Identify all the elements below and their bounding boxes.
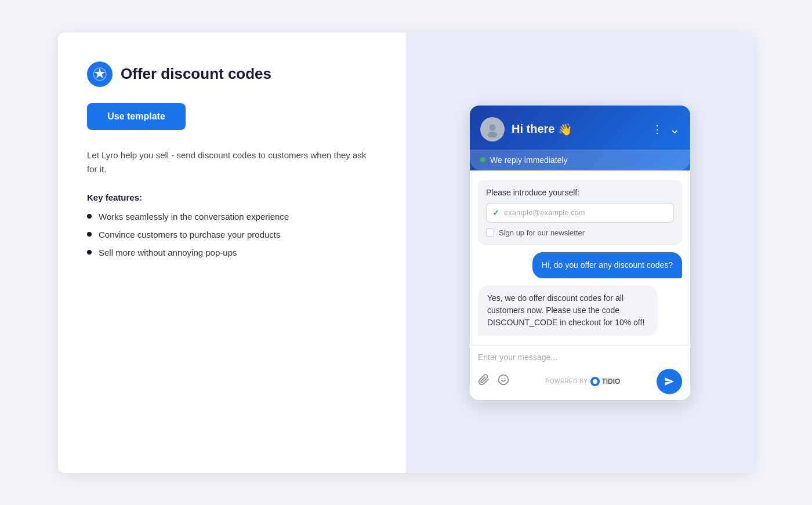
online-status-dot	[480, 157, 485, 162]
newsletter-checkbox[interactable]	[486, 228, 494, 237]
use-template-button[interactable]: Use template	[87, 103, 186, 130]
chat-header-icons: ⋮ ⌄	[652, 122, 680, 137]
chat-header-top: Hi there 👋 ⋮ ⌄	[480, 117, 680, 150]
chat-header: Hi there 👋 ⋮ ⌄ We reply immediately	[470, 106, 690, 170]
emoji-icon[interactable]	[498, 374, 509, 388]
svg-point-6	[593, 379, 597, 384]
send-button[interactable]	[657, 369, 682, 394]
svg-point-3	[499, 375, 509, 385]
newsletter-label: Sign up for our newsletter	[499, 228, 585, 237]
avatar	[480, 117, 505, 141]
tidio-icon	[590, 377, 600, 386]
page-title: Offer discount codes	[121, 65, 271, 83]
list-item: Sell more without annoying pop-ups	[87, 248, 377, 257]
key-features-label: Key features:	[87, 192, 377, 202]
left-panel: Offer discount codes Use template Let Ly…	[58, 32, 406, 473]
footer-left-icons	[478, 374, 509, 388]
powered-by: POWERED BY TIDIO	[546, 377, 621, 386]
chat-header-status: We reply immediately	[470, 150, 690, 170]
intro-form-bubble: Please introduce yourself: ✓ example@exa…	[478, 180, 682, 245]
user-message-bubble: Hi, do you offer any discount codes?	[532, 252, 682, 278]
chat-body: Please introduce yourself: ✓ example@exa…	[470, 170, 690, 345]
title-row: Offer discount codes	[87, 61, 377, 87]
chevron-down-icon[interactable]: ⌄	[669, 122, 680, 137]
email-placeholder: example@example.com	[504, 208, 585, 217]
wave-emoji: 👋	[558, 122, 572, 136]
bullet-icon	[87, 214, 92, 219]
svg-point-1	[490, 124, 496, 130]
email-input-row[interactable]: ✓ example@example.com	[486, 203, 674, 223]
newsletter-row: Sign up for our newsletter	[486, 228, 674, 237]
greeting-text: Hi there	[512, 122, 554, 136]
bullet-icon	[87, 232, 92, 237]
chat-widget: Hi there 👋 ⋮ ⌄ We reply immediately	[470, 106, 690, 400]
list-item: Works seamlessly in the conversation exp…	[87, 212, 377, 221]
list-item: Convince customers to purchase your prod…	[87, 230, 377, 239]
description-text: Let Lyro help you sell - send discount c…	[87, 148, 377, 176]
check-icon: ✓	[492, 208, 499, 217]
bot-message-text: Yes, we do offer discount codes for all …	[487, 293, 644, 327]
features-list: Works seamlessly in the conversation exp…	[87, 212, 377, 257]
chat-footer: Enter your message...	[470, 345, 690, 400]
main-container: Offer discount codes Use template Let Ly…	[58, 32, 754, 473]
attachment-icon[interactable]	[478, 374, 490, 388]
user-message-text: Hi, do you offer any discount codes?	[542, 260, 673, 270]
feature-text: Works seamlessly in the conversation exp…	[99, 212, 289, 221]
right-panel: Hi there 👋 ⋮ ⌄ We reply immediately	[406, 32, 754, 473]
feature-text: Sell more without annoying pop-ups	[99, 248, 237, 257]
footer-actions: POWERED BY TIDIO	[478, 369, 682, 394]
status-text: We reply immediately	[490, 155, 568, 165]
discount-icon	[87, 61, 113, 87]
powered-by-text: POWERED BY	[546, 378, 588, 384]
intro-label: Please introduce yourself:	[486, 188, 674, 197]
message-input-placeholder[interactable]: Enter your message...	[478, 353, 682, 362]
chat-greeting: Hi there 👋	[512, 122, 645, 136]
bot-message-bubble: Yes, we do offer discount codes for all …	[478, 285, 658, 336]
tidio-brand-name: TIDIO	[601, 377, 620, 386]
more-options-icon[interactable]: ⋮	[652, 123, 662, 136]
feature-text: Convince customers to purchase your prod…	[99, 230, 280, 239]
bullet-icon	[87, 250, 92, 255]
tidio-logo: TIDIO	[590, 377, 620, 386]
svg-point-2	[487, 131, 497, 137]
